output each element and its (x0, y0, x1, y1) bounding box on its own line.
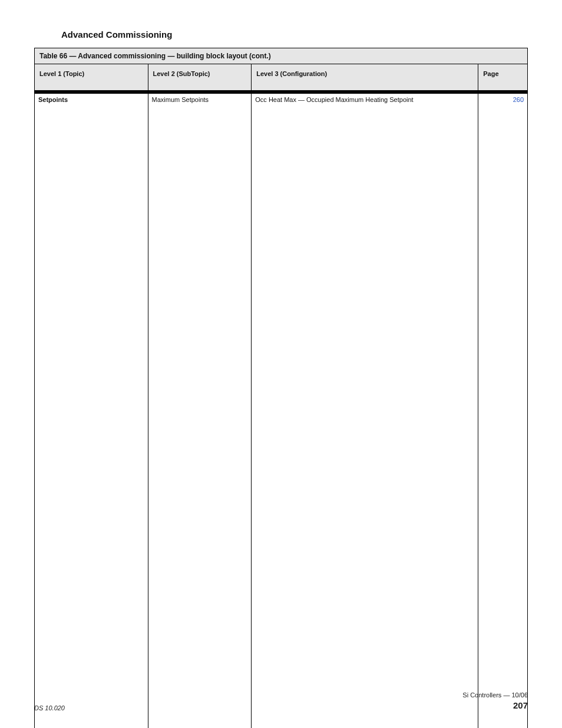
table-title: Table 66 — Advanced commissioning — buil… (35, 48, 528, 64)
col-header-page: Page (478, 64, 528, 91)
footer-page-number: 207 (513, 700, 528, 710)
col-header-config: Level 3 (Configuration) (252, 64, 478, 91)
col-header-subtopic: Level 2 (SubTopic) (148, 64, 252, 91)
subtopic-cell: Maximum Setpoints (148, 94, 252, 729)
page-link[interactable]: 260 (513, 96, 524, 103)
col-header-topic: Level 1 (Topic) (35, 64, 148, 91)
layout-table: Table 66 — Advanced commissioning — buil… (34, 48, 528, 728)
page-footer: DS 10.020 Si Controllers — 10/06 207 (34, 691, 528, 711)
footer-file: DS 10.020 (34, 704, 65, 711)
topic-cell: Setpoints (35, 94, 148, 729)
section-heading: Advanced Commissioning (61, 29, 528, 39)
footer-date: 10/06 (511, 691, 528, 699)
page-cell: 260 (478, 94, 528, 729)
config-cell: Occ Heat Max — Occupied Maximum Heating … (252, 94, 478, 729)
footer-product: Si Controllers (462, 691, 501, 699)
